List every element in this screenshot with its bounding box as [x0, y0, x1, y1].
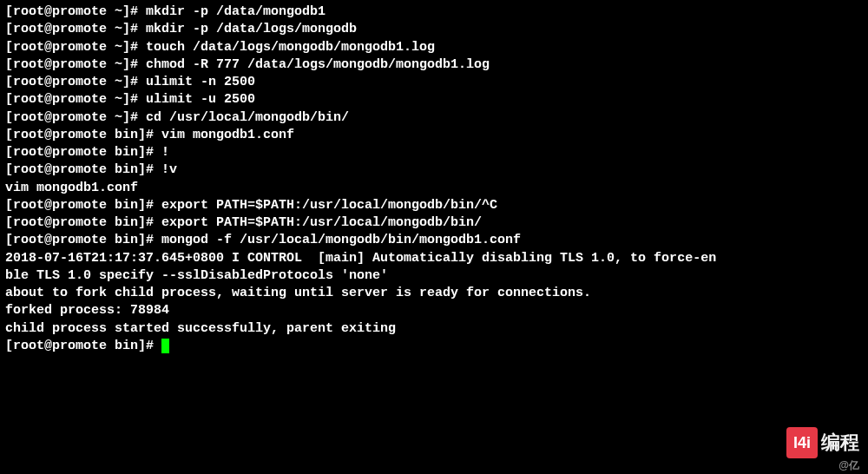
- terminal-line: ble TLS 1.0 specify --sslDisabledProtoco…: [5, 267, 863, 285]
- watermark-text: 编程: [821, 430, 859, 456]
- terminal-line: 2018-07-16T21:17:37.645+0800 I CONTROL […: [5, 250, 863, 267]
- terminal-line: forked process: 78984: [5, 302, 863, 319]
- terminal-line: [root@promote bin]# mongod -f /usr/local…: [5, 232, 863, 249]
- watermark-subtext: @亿: [838, 458, 859, 472]
- terminal-line: [root@promote bin]# vim mongodb1.conf: [5, 127, 863, 144]
- terminal-line: [root@promote ~]# chmod -R 777 /data/log…: [5, 56, 863, 74]
- cursor-icon: [161, 339, 169, 353]
- terminal-line: [root@promote ~]# mkdir -p /data/mongodb…: [5, 3, 863, 21]
- terminal-line: about to fork child process, waiting unt…: [5, 285, 863, 302]
- terminal-line: [root@promote ~]# ulimit -u 2500: [5, 91, 863, 109]
- terminal-line: [root@promote ~]# mkdir -p /data/logs/mo…: [5, 21, 863, 38]
- terminal-line: vim mongodb1.conf: [5, 180, 863, 197]
- terminal-line: child process started successfully, pare…: [5, 320, 863, 338]
- terminal-line: [root@promote bin]# !v: [5, 161, 863, 179]
- terminal-output[interactable]: [root@promote ~]# mkdir -p /data/mongodb…: [5, 3, 863, 355]
- shell-prompt: [root@promote bin]#: [5, 339, 161, 353]
- terminal-prompt-line[interactable]: [root@promote bin]#: [5, 338, 863, 355]
- terminal-line: [root@promote bin]# export PATH=$PATH:/u…: [5, 197, 863, 214]
- watermark: I4i 编程: [786, 427, 859, 458]
- terminal-line: [root@promote bin]# !: [5, 144, 863, 161]
- watermark-logo-icon: I4i: [786, 427, 818, 458]
- terminal-line: [root@promote bin]# export PATH=$PATH:/u…: [5, 214, 863, 232]
- terminal-line: [root@promote ~]# touch /data/logs/mongo…: [5, 39, 863, 56]
- terminal-line: [root@promote ~]# ulimit -n 2500: [5, 74, 863, 91]
- terminal-line: [root@promote ~]# cd /usr/local/mongodb/…: [5, 109, 863, 127]
